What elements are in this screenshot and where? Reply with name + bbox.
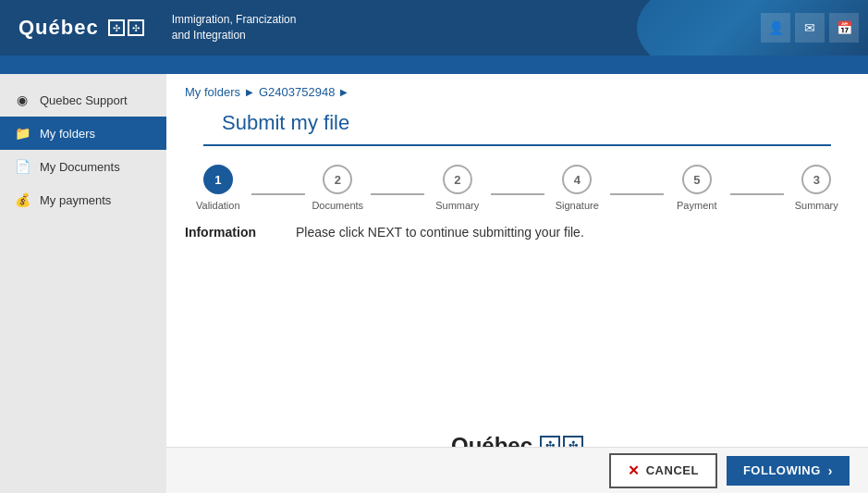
info-text: Please click NEXT to continue submitting…	[296, 225, 584, 240]
step-label-validation: Validation	[196, 200, 240, 211]
sidebar-item-label: Quebec Support	[40, 93, 128, 107]
info-label: Information	[185, 225, 277, 240]
step-summary2: 3 Summary	[784, 165, 850, 211]
logo-fleurs: ✣ ✣	[108, 19, 144, 36]
step-documents: 2 Documents	[305, 165, 372, 211]
step-signature: 4 Signature	[544, 165, 611, 211]
breadcrumb: My folders ▶ G2403752948 ▶	[166, 74, 868, 106]
sidebar: ◉ Quebec Support 📁 My folders 📄 My Docum…	[0, 74, 166, 493]
subtitle-line1: Immigration, Francization	[172, 12, 297, 28]
connector-1	[251, 193, 305, 195]
page-title: Submit my file	[203, 106, 831, 146]
connector-2	[371, 193, 424, 195]
sidebar-item-label: My Documents	[40, 160, 120, 174]
logo-text: Québec	[18, 16, 99, 40]
header: Québec ✣ ✣ Immigration, Francization and…	[0, 0, 868, 55]
info-section: Information Please click NEXT to continu…	[166, 216, 868, 258]
step-circle-4: 4	[562, 165, 592, 194]
cancel-x-icon: ✕	[628, 462, 641, 479]
step-validation: 1 Validation	[185, 165, 251, 211]
breadcrumb-arrow: ▶	[246, 87, 253, 97]
step-circle-3: 2	[443, 165, 472, 194]
cancel-button[interactable]: ✕ CANCEL	[609, 453, 717, 488]
calendar-icon-btn[interactable]: 📅	[829, 13, 859, 43]
step-payment: 5 Payment	[664, 165, 730, 211]
breadcrumb-arrow2: ▶	[340, 87, 348, 97]
logo: Québec ✣ ✣	[18, 16, 144, 40]
sidebar-item-label: My folders	[40, 127, 95, 141]
my-payments-icon: 💰	[14, 192, 31, 207]
step-label-documents: Documents	[312, 200, 363, 211]
header-subtitle: Immigration, Francization and Integratio…	[172, 12, 297, 43]
cancel-label: CANCEL	[646, 463, 699, 477]
mail-icon-btn[interactable]: ✉	[795, 13, 825, 43]
connector-3	[491, 193, 544, 195]
sidebar-item-quebec-support[interactable]: ◉ Quebec Support	[0, 83, 166, 117]
sidebar-item-my-folders[interactable]: 📁 My folders	[0, 117, 166, 150]
step-circle-5: 5	[682, 165, 712, 194]
steps-container: 1 Validation 2 Documents 2 Summary	[166, 146, 868, 216]
fleur-icon-1: ✣	[108, 19, 125, 36]
profile-icon-btn[interactable]: 👤	[761, 13, 790, 43]
step-summary1: 2 Summary	[424, 165, 491, 211]
my-folders-icon: 📁	[14, 126, 31, 141]
following-button[interactable]: FOLLOWING ›	[727, 456, 850, 486]
step-label-payment: Payment	[677, 200, 716, 211]
step-circle-1: 1	[203, 165, 233, 194]
header-icons: 👤 ✉ 📅	[761, 13, 859, 43]
breadcrumb-folder-id[interactable]: G2403752948	[259, 85, 335, 99]
sidebar-item-my-payments[interactable]: 💰 My payments	[0, 183, 166, 216]
action-bar: ✕ CANCEL FOLLOWING ›	[166, 447, 868, 493]
sidebar-item-my-documents[interactable]: 📄 My Documents	[0, 150, 166, 183]
step-label-summary2: Summary	[795, 200, 838, 211]
following-label: FOLLOWING	[743, 463, 821, 477]
subtitle-line2: and Integration	[172, 28, 297, 43]
fleur-icon-2: ✣	[128, 19, 144, 36]
sidebar-item-label: My payments	[40, 193, 111, 207]
sub-header	[0, 55, 868, 74]
connector-5	[730, 193, 784, 195]
following-arrow-icon: ›	[828, 463, 833, 478]
step-label-signature: Signature	[556, 200, 599, 211]
my-documents-icon: 📄	[14, 159, 31, 174]
main-content: My folders ▶ G2403752948 ▶ Submit my fil…	[166, 74, 868, 493]
connector-4	[610, 193, 664, 195]
step-circle-2: 2	[323, 165, 352, 194]
step-circle-6: 3	[801, 165, 831, 194]
layout: ◉ Quebec Support 📁 My folders 📄 My Docum…	[0, 74, 868, 493]
breadcrumb-folders-link[interactable]: My folders	[185, 85, 240, 99]
quebec-support-icon: ◉	[14, 92, 31, 107]
step-label-summary1: Summary	[435, 200, 479, 211]
